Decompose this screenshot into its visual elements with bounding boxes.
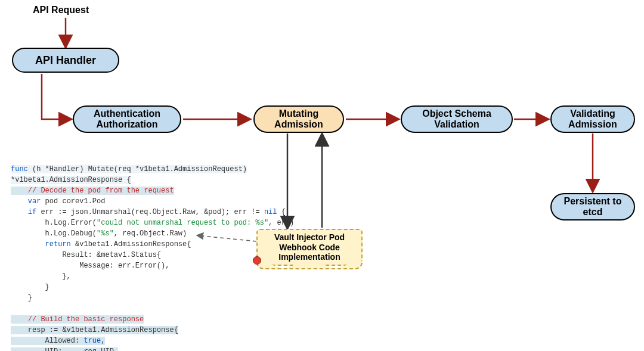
schema-line1: Object Schema [422,108,491,119]
validating-admission-node: Validating Admission [550,105,635,133]
note-line2: Webhook Code [274,243,345,253]
vault-injector-note: Vault Injector Pod Webhook Code Implemen… [256,229,363,266]
api-handler-node: API Handler [12,48,119,73]
schema-validation-node: Object Schema Validation [401,105,513,133]
mutating-line1: Mutating [274,108,323,119]
validating-line2: Admission [568,119,617,130]
validating-line1: Validating [568,108,617,119]
code-snippet: func (h *Handler) Mutate(req *v1beta1.Ad… [11,164,255,351]
persist-line2: etcd [564,207,622,218]
api-request-label: API Request [33,5,89,15]
auth-line2: Authorization [94,119,160,130]
api-handler-text: API Handler [35,54,96,67]
persist-etcd-node: Persistent to etcd [550,193,635,220]
persist-line1: Persistent to [564,196,622,207]
note-line3: Implementation [274,252,345,262]
schema-line2: Validation [422,119,491,130]
auth-node: Authentication Authorization [73,105,181,133]
auth-line1: Authentication [94,108,160,119]
mutating-line2: Admission [274,119,323,130]
mutating-admission-node: Mutating Admission [253,105,344,133]
note-line1: Vault Injector Pod [274,232,345,243]
